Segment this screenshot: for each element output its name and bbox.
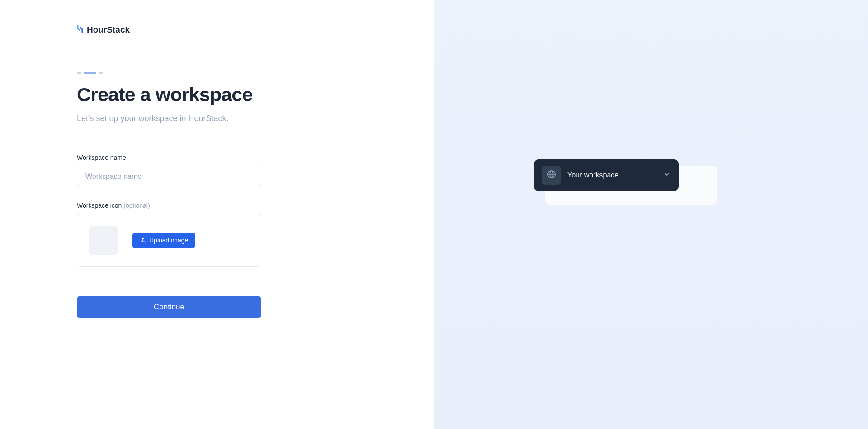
workspace-icon-group: Workspace icon (optional) Upload image: [77, 202, 434, 267]
workspace-icon-box: [542, 166, 561, 185]
logo-icon: [77, 25, 83, 35]
upload-button-label: Upload image: [149, 237, 188, 244]
right-panel: Your workspace: [434, 0, 868, 429]
workspace-icon-optional-text: (optional): [123, 202, 150, 209]
globe-icon: [547, 169, 557, 181]
page-heading: Create a workspace: [77, 84, 434, 106]
upload-icon: [140, 237, 146, 244]
progress-step-2: [84, 72, 96, 74]
workspace-name-label: Workspace name: [77, 154, 434, 161]
chevron-down-icon: [663, 171, 670, 180]
upload-image-button[interactable]: Upload image: [132, 233, 195, 248]
progress-steps: [77, 72, 434, 74]
progress-step-1: [77, 72, 81, 74]
logo: HourStack: [77, 25, 434, 35]
workspace-icon-label: Workspace icon (optional): [77, 202, 434, 209]
workspace-selector[interactable]: Your workspace: [534, 159, 679, 191]
continue-button[interactable]: Continue: [77, 296, 261, 318]
workspace-selector-label: Your workspace: [567, 171, 657, 179]
preview-area: Your workspace: [434, 0, 868, 429]
icon-placeholder: [89, 226, 118, 255]
icon-upload-box: Upload image: [77, 214, 261, 267]
progress-step-3: [99, 72, 103, 74]
workspace-name-input[interactable]: [77, 166, 261, 187]
workspace-name-group: Workspace name: [77, 154, 434, 187]
logo-text: HourStack: [87, 25, 130, 35]
left-panel: HourStack Create a workspace Let's set u…: [0, 0, 434, 429]
workspace-icon-label-text: Workspace icon: [77, 202, 122, 209]
page-subheading: Let's set up your workspace in HourStack…: [77, 114, 434, 123]
